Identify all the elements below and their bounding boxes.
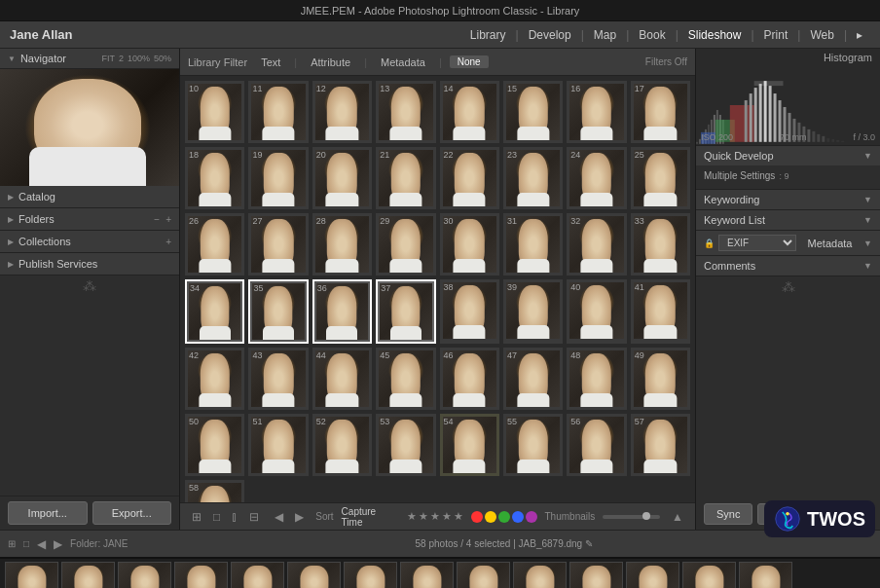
photo-cell[interactable]: 58 — [185, 480, 244, 502]
catalog-header[interactable]: ▶ Catalog — [0, 186, 179, 207]
strip-thumbnail[interactable] — [513, 562, 567, 588]
nav-prev-btn[interactable]: ◀ — [271, 508, 287, 526]
photo-cell[interactable]: 51 — [248, 414, 308, 476]
photo-cell[interactable]: 40 — [567, 279, 626, 344]
photo-cell[interactable]: 56 — [567, 414, 626, 476]
photo-cell[interactable]: 29 — [376, 213, 435, 276]
strip-thumbnail[interactable] — [231, 562, 284, 588]
strip-thumbnail[interactable] — [569, 562, 623, 588]
photo-cell[interactable]: 31 — [503, 213, 563, 276]
photo-cell[interactable]: 14 — [440, 81, 499, 143]
star-3[interactable]: ★ — [430, 510, 440, 523]
photo-cell[interactable]: 22 — [440, 147, 499, 209]
strip-thumbnail[interactable] — [118, 562, 171, 588]
thumbnail-slider[interactable] — [603, 515, 660, 519]
nav-more[interactable]: ▸ — [849, 26, 870, 44]
photo-cell[interactable]: 25 — [631, 147, 690, 209]
photo-cell[interactable]: 47 — [503, 348, 563, 410]
star-4[interactable]: ★ — [442, 510, 452, 523]
photo-cell[interactable]: 18 — [185, 147, 244, 209]
expand-btn[interactable]: ▲ — [668, 508, 687, 526]
nav-web[interactable]: Web — [802, 26, 841, 44]
zoom-2[interactable]: 2 — [119, 54, 124, 63]
photo-cell[interactable]: 20 — [312, 147, 372, 209]
view-compare-btn[interactable]: ⫿ — [228, 508, 241, 526]
strip-thumbnail[interactable] — [174, 562, 228, 588]
view-survey-btn[interactable]: ⊟ — [245, 508, 263, 526]
navigator-header[interactable]: ▼ Navigator FIT 2 100% 50% — [0, 49, 179, 69]
view-loupe-btn[interactable]: □ — [209, 508, 224, 526]
photo-cell[interactable]: 12 — [312, 81, 372, 143]
nav-map[interactable]: Map — [586, 26, 624, 44]
photo-cell[interactable]: 24 — [567, 147, 626, 209]
flag-green[interactable] — [498, 511, 510, 523]
photo-cell[interactable]: 48 — [567, 348, 626, 410]
filter-text[interactable]: Text — [255, 55, 286, 70]
sort-value[interactable]: Capture Time — [342, 506, 399, 528]
photo-cell[interactable]: 21 — [376, 147, 435, 209]
flag-purple[interactable] — [526, 511, 537, 523]
photo-cell[interactable]: 37 — [376, 279, 435, 344]
photo-cell[interactable]: 15 — [503, 81, 563, 143]
photo-cell[interactable]: 36 — [312, 279, 372, 344]
folders-plus[interactable]: + — [165, 214, 171, 225]
photo-cell[interactable]: 34 — [185, 279, 244, 344]
photo-cell[interactable]: 55 — [503, 414, 563, 476]
keyword-list-header[interactable]: Keyword List ▼ — [696, 210, 880, 230]
photo-cell[interactable]: 50 — [185, 414, 244, 476]
folders-header[interactable]: ▶ Folders − + — [0, 208, 179, 230]
zoom-fit[interactable]: FIT — [101, 54, 115, 63]
strip-thumbnail[interactable] — [344, 562, 397, 588]
second-display-icon[interactable]: □ — [23, 538, 29, 549]
photo-cell[interactable]: 17 — [631, 81, 690, 143]
photo-cell[interactable]: 13 — [376, 81, 435, 143]
metadata-select[interactable]: EXIF IPTC All — [718, 235, 796, 251]
strip-thumbnail[interactable] — [287, 562, 341, 588]
nav-library[interactable]: Library — [462, 26, 514, 44]
photo-cell[interactable]: 46 — [440, 348, 499, 410]
nav-book[interactable]: Book — [631, 26, 673, 44]
sync-button[interactable]: Sync — [704, 503, 752, 525]
photo-cell[interactable]: 43 — [248, 348, 308, 410]
photo-cell[interactable]: 39 — [503, 279, 563, 344]
view-mode-icon[interactable]: ⊞ — [8, 538, 16, 549]
zoom-50[interactable]: 50% — [154, 54, 171, 63]
photo-cell[interactable]: 35 — [248, 279, 308, 344]
strip-thumbnail[interactable] — [457, 562, 510, 588]
flag-blue[interactable] — [512, 511, 524, 523]
nav-print[interactable]: Print — [756, 26, 796, 44]
quick-develop-header[interactable]: Quick Develop ▼ — [696, 146, 880, 165]
strip-thumbnail[interactable] — [400, 562, 454, 588]
photo-cell[interactable]: 27 — [248, 213, 308, 276]
photo-cell[interactable]: 44 — [312, 348, 372, 410]
strip-thumbnail[interactable] — [626, 562, 679, 588]
photo-cell[interactable]: 23 — [503, 147, 563, 209]
metadata-header[interactable]: 🔒 EXIF IPTC All Metadata ▼ — [696, 231, 880, 255]
photo-cell[interactable]: 42 — [185, 348, 244, 410]
photo-cell[interactable]: 49 — [631, 348, 690, 410]
comments-header[interactable]: Comments ▼ — [696, 256, 880, 276]
zoom-100[interactable]: 100% — [128, 54, 150, 63]
photo-cell[interactable]: 30 — [440, 213, 499, 276]
export-button[interactable]: Export... — [92, 501, 172, 525]
photo-cell[interactable]: 16 — [567, 81, 626, 143]
photo-cell[interactable]: 19 — [248, 147, 308, 209]
photo-cell[interactable]: 57 — [631, 414, 690, 476]
filter-none[interactable]: None — [450, 55, 489, 68]
filter-metadata[interactable]: Metadata — [375, 55, 431, 70]
strip-thumbnail[interactable] — [61, 562, 115, 588]
star-5[interactable]: ★ — [454, 510, 463, 523]
photo-cell[interactable]: 32 — [567, 213, 626, 276]
nav-develop[interactable]: Develop — [521, 26, 579, 44]
publish-services-header[interactable]: ▶ Publish Services — [0, 253, 179, 275]
folders-minus[interactable]: − — [154, 214, 160, 225]
photo-cell[interactable]: 52 — [312, 414, 372, 476]
keywording-header[interactable]: Keywording ▼ — [696, 190, 880, 209]
photo-cell[interactable]: 41 — [631, 279, 690, 344]
photo-cell[interactable]: 53 — [376, 414, 435, 476]
nav-slideshow[interactable]: Slideshow — [680, 26, 750, 44]
photo-cell[interactable]: 11 — [248, 81, 308, 143]
prev-arrow[interactable]: ◀ — [37, 537, 46, 551]
flag-yellow[interactable] — [485, 511, 496, 523]
collections-header[interactable]: ▶ Collections + — [0, 231, 179, 252]
